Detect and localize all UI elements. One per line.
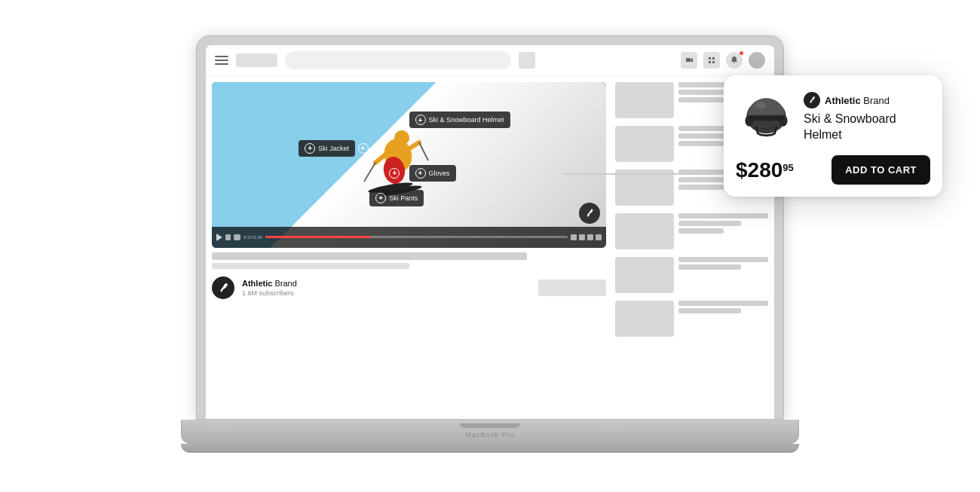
add-to-cart-button[interactable]: ADD TO CART bbox=[831, 155, 930, 185]
tag-plus-icon: + bbox=[415, 168, 426, 179]
ski-helmet-tag[interactable]: + Ski & Snowboard Helmet bbox=[409, 112, 510, 128]
video-title-bar bbox=[212, 252, 527, 260]
svg-rect-21 bbox=[749, 115, 783, 121]
laptop-foot bbox=[181, 444, 799, 453]
ski-jacket-tag[interactable]: + Ski Jacket bbox=[299, 140, 355, 157]
volume-button[interactable] bbox=[234, 234, 240, 240]
jacket-dot bbox=[358, 143, 369, 154]
theater-icon[interactable] bbox=[587, 234, 593, 240]
channel-name: Athletic Brand bbox=[242, 279, 297, 288]
subscriber-count: 1.6M subscribers bbox=[242, 289, 297, 297]
play-button[interactable] bbox=[216, 234, 222, 241]
progress-bar[interactable] bbox=[265, 236, 568, 238]
product-card: Athletic Brand Ski & SnowboardHelmet $28… bbox=[724, 75, 942, 197]
sidebar-thumbnail bbox=[615, 82, 674, 118]
youtube-topbar bbox=[206, 45, 774, 76]
ski-pants-tag[interactable]: + Ski Pants bbox=[369, 190, 424, 206]
tag-plus-icon: + bbox=[415, 115, 426, 125]
search-bar[interactable] bbox=[285, 51, 511, 69]
channel-text: Athletic Brand 1.6M subscribers bbox=[242, 279, 297, 297]
svg-rect-5 bbox=[712, 61, 715, 63]
tag-plus-icon: + bbox=[375, 193, 386, 203]
svg-rect-4 bbox=[709, 61, 711, 63]
brand-name: Athletic Brand bbox=[825, 95, 890, 106]
svg-rect-3 bbox=[712, 57, 715, 60]
laptop-base: MacBook Pro bbox=[181, 420, 799, 444]
channel-info: Athletic Brand 1.6M subscribers bbox=[212, 277, 606, 299]
svg-marker-1 bbox=[691, 58, 693, 63]
sidebar-item bbox=[615, 213, 768, 249]
tag-plus-icon: + bbox=[305, 143, 315, 154]
topbar-icons bbox=[681, 52, 765, 69]
svg-point-8 bbox=[394, 130, 409, 145]
video-time: 0:37/3:36 bbox=[243, 235, 262, 240]
sidebar-item bbox=[615, 257, 768, 293]
video-sub-bar bbox=[212, 263, 409, 269]
video-ctrl-icons bbox=[571, 234, 602, 240]
subtitle-icon[interactable] bbox=[579, 234, 585, 240]
connector-line bbox=[564, 173, 715, 175]
channel-avatar bbox=[212, 277, 234, 299]
svg-line-13 bbox=[419, 142, 428, 160]
laptop-model-label: MacBook Pro bbox=[465, 431, 514, 439]
product-card-top: Athletic Brand Ski & SnowboardHelmet bbox=[736, 87, 930, 148]
video-player[interactable]: + Ski Jacket + Ski & Snowboard Helmet + … bbox=[212, 82, 606, 248]
brand-icon-video bbox=[579, 203, 600, 224]
bell-icon[interactable] bbox=[726, 52, 743, 69]
brand-icon-small bbox=[804, 92, 820, 108]
sidebar-item bbox=[615, 301, 768, 337]
laptop-notch bbox=[460, 423, 520, 428]
svg-line-12 bbox=[364, 163, 375, 182]
skip-button[interactable] bbox=[225, 234, 231, 240]
fullscreen-icon[interactable] bbox=[596, 234, 602, 240]
yt-logo bbox=[236, 53, 277, 67]
sidebar-thumbnail bbox=[615, 213, 674, 249]
sidebar-thumbnail bbox=[615, 301, 674, 337]
product-price: $28095 bbox=[736, 158, 794, 182]
hamburger-icon[interactable] bbox=[215, 56, 228, 65]
product-title: Ski & SnowboardHelmet bbox=[804, 112, 930, 143]
video-controls[interactable]: 0:37/3:36 bbox=[212, 227, 606, 248]
svg-point-22 bbox=[755, 101, 766, 108]
brand-row: Athletic Brand bbox=[804, 92, 930, 108]
sidebar-thumbnail bbox=[615, 257, 674, 293]
notification-dot bbox=[739, 50, 744, 56]
product-card-bottom: $28095 ADD TO CART bbox=[736, 155, 930, 185]
grid-icon[interactable] bbox=[703, 52, 720, 69]
svg-rect-0 bbox=[686, 58, 691, 62]
settings-icon[interactable] bbox=[571, 234, 577, 240]
camera-icon[interactable] bbox=[681, 52, 697, 69]
video-main: + Ski Jacket + Ski & Snowboard Helmet + … bbox=[206, 76, 612, 419]
progress-fill bbox=[265, 236, 371, 238]
main-content: + Ski Jacket + Ski & Snowboard Helmet + … bbox=[206, 76, 774, 419]
svg-line-11 bbox=[407, 142, 419, 150]
subscribe-button[interactable] bbox=[538, 280, 606, 296]
user-avatar[interactable] bbox=[749, 52, 765, 69]
search-button[interactable] bbox=[519, 52, 535, 69]
video-info bbox=[212, 252, 606, 269]
sidebar-thumbnail bbox=[615, 126, 674, 162]
svg-rect-2 bbox=[709, 57, 711, 60]
gloves-tag[interactable]: + Gloves bbox=[409, 165, 456, 182]
product-image bbox=[736, 87, 796, 148]
product-brand-info: Athletic Brand Ski & SnowboardHelmet bbox=[804, 92, 930, 143]
